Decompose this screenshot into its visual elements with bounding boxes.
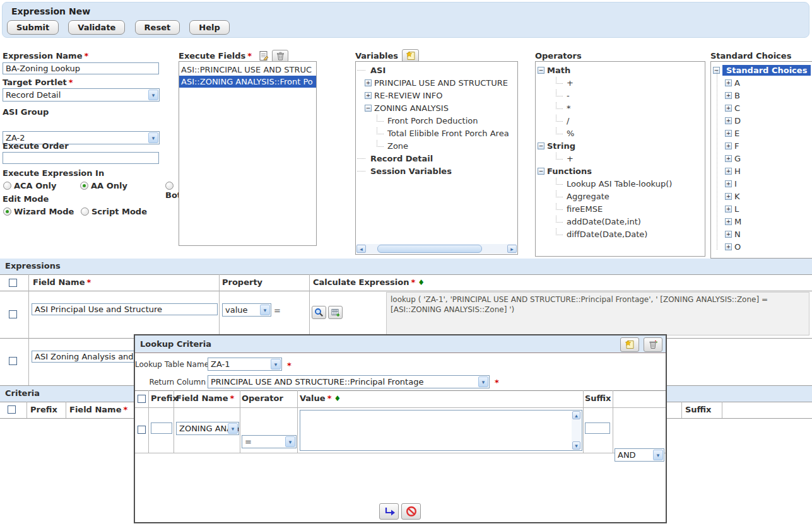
- tree-node[interactable]: C: [711, 102, 812, 114]
- radio-icon[interactable]: [3, 182, 11, 190]
- expand-plus-icon[interactable]: [725, 92, 732, 99]
- list-item[interactable]: ASI::PRINCIPAL USE AND STRUC: [179, 64, 316, 76]
- target-portlet-select[interactable]: Record Detail: [3, 88, 160, 102]
- tree-node[interactable]: ASI: [356, 64, 517, 76]
- tree-node[interactable]: F: [711, 139, 812, 152]
- radio-wizard-mode[interactable]: Wizard Mode: [3, 207, 74, 216]
- expand-plus-icon[interactable]: [725, 180, 732, 187]
- tree-node[interactable]: E: [711, 127, 812, 139]
- expression-name-input[interactable]: [3, 62, 159, 74]
- tree-node[interactable]: K: [711, 190, 812, 202]
- tree-node[interactable]: G: [711, 152, 812, 165]
- chevron-down-icon[interactable]: [478, 376, 488, 387]
- tree-node[interactable]: String: [536, 139, 705, 152]
- scrollbar-thumb[interactable]: [377, 245, 482, 253]
- tree-node[interactable]: -: [536, 89, 705, 102]
- collapse-minus-icon[interactable]: [365, 105, 372, 112]
- dialog-delete-button[interactable]: [644, 337, 662, 352]
- delete-fields-button[interactable]: [272, 50, 288, 62]
- collapse-minus-icon[interactable]: [538, 168, 544, 175]
- conjunction-select[interactable]: AND: [615, 448, 664, 462]
- expand-plus-icon[interactable]: [725, 218, 732, 225]
- expand-plus-icon[interactable]: [725, 143, 732, 149]
- scrollbar-track[interactable]: [366, 245, 507, 253]
- chevron-down-icon[interactable]: [271, 359, 281, 370]
- help-button[interactable]: Help: [189, 20, 229, 35]
- select-all-checkbox[interactable]: [138, 395, 146, 403]
- tree-node[interactable]: Functions: [536, 165, 705, 177]
- expand-plus-icon[interactable]: [725, 193, 732, 200]
- tree-node[interactable]: RE-REVIEW INFO: [356, 89, 517, 102]
- horizontal-scrollbar[interactable]: [356, 244, 517, 253]
- tree-node[interactable]: B: [711, 89, 812, 102]
- tree-node[interactable]: Front Porch Deduction: [356, 114, 517, 127]
- lookup-table-button[interactable]: [328, 306, 343, 319]
- tree-node[interactable]: Record Detail: [356, 152, 517, 165]
- select-all-checkbox[interactable]: [8, 405, 16, 414]
- tree-node[interactable]: A: [711, 76, 812, 89]
- radio-selected-icon[interactable]: [80, 182, 88, 190]
- tree-node[interactable]: L: [711, 202, 812, 215]
- standard-choices-tree[interactable]: Standard Choices A B C D E F G H I K L M…: [710, 61, 812, 259]
- radio-selected-icon[interactable]: [3, 207, 11, 216]
- tree-node[interactable]: Aggregate: [536, 190, 705, 202]
- tree-node[interactable]: M: [711, 215, 812, 228]
- tree-node[interactable]: diffDate(Date,Date): [536, 228, 705, 240]
- expand-plus-icon[interactable]: [725, 155, 732, 162]
- row-checkbox[interactable]: [9, 357, 17, 365]
- tree-node[interactable]: N: [711, 228, 812, 240]
- tree-node-selected[interactable]: Standard Choices: [711, 64, 812, 76]
- tree-node[interactable]: %: [536, 127, 705, 139]
- execute-fields-listbox[interactable]: ASI::PRINCIPAL USE AND STRUC ASI::ZONING…: [179, 61, 317, 246]
- radio-aca-only[interactable]: ACA Only: [3, 181, 56, 190]
- reset-button[interactable]: Reset: [135, 20, 180, 35]
- tree-node[interactable]: H: [711, 165, 812, 177]
- chevron-down-icon[interactable]: [228, 423, 238, 434]
- tree-node[interactable]: *: [536, 102, 705, 114]
- suffix-input[interactable]: [585, 422, 610, 434]
- scroll-right-icon[interactable]: [507, 245, 517, 253]
- execute-order-input[interactable]: [3, 152, 159, 164]
- tree-node[interactable]: addDate(Date,int): [536, 215, 705, 228]
- variables-tree[interactable]: ASI PRINCIPAL USE AND STRUCTURE RE-REVIE…: [355, 61, 518, 255]
- lookup-table-name-select[interactable]: ZA-1: [208, 358, 282, 371]
- expand-plus-icon[interactable]: [365, 92, 372, 99]
- field-name-input[interactable]: [32, 303, 218, 315]
- submit-button[interactable]: Submit: [7, 20, 59, 35]
- chevron-down-icon[interactable]: [148, 90, 158, 100]
- tree-node[interactable]: O: [711, 240, 812, 253]
- collapse-minus-icon[interactable]: [538, 143, 544, 149]
- property-select[interactable]: value: [222, 303, 271, 317]
- expand-plus-icon[interactable]: [725, 231, 732, 238]
- dialog-submit-button[interactable]: [379, 503, 399, 520]
- select-all-checkbox[interactable]: [9, 279, 17, 287]
- radio-icon[interactable]: [81, 207, 89, 216]
- dialog-cancel-button[interactable]: [401, 503, 421, 520]
- expand-plus-icon[interactable]: [725, 168, 732, 175]
- tree-node[interactable]: Math: [536, 64, 705, 76]
- list-item-selected[interactable]: ASI::ZONING ANALYSIS::Front Po: [179, 76, 316, 88]
- tree-node[interactable]: PRINCIPAL USE AND STRUCTURE: [356, 76, 517, 89]
- tree-node[interactable]: fireEMSE: [536, 202, 705, 215]
- expand-plus-icon[interactable]: [725, 130, 732, 137]
- radio-icon[interactable]: [165, 182, 174, 190]
- validate-button[interactable]: Validate: [68, 20, 125, 35]
- tree-node[interactable]: +: [536, 76, 705, 89]
- tree-node[interactable]: Session Variables: [356, 165, 517, 177]
- calculate-expression-box[interactable]: lookup ( 'ZA-1', 'PRINCIPAL USE AND STRU…: [386, 292, 809, 335]
- operators-tree[interactable]: Math + - * / % String + Functions Lookup…: [535, 61, 705, 257]
- expand-plus-icon[interactable]: [725, 117, 732, 124]
- expand-plus-icon[interactable]: [725, 79, 732, 86]
- row-checkbox[interactable]: [9, 310, 17, 318]
- dialog-new-button[interactable]: [620, 337, 639, 352]
- prefix-input[interactable]: [151, 422, 172, 434]
- chevron-down-icon[interactable]: [653, 450, 663, 460]
- expand-plus-icon[interactable]: [725, 206, 732, 213]
- chevron-down-icon[interactable]: [285, 436, 295, 447]
- chevron-down-icon[interactable]: [148, 132, 158, 143]
- search-expression-button[interactable]: [312, 306, 326, 319]
- tree-node[interactable]: ZONING ANALYSIS: [356, 102, 517, 114]
- collapse-minus-icon[interactable]: [538, 67, 544, 74]
- tree-node[interactable]: Lookup ASI Table-lookup(): [536, 177, 705, 190]
- vertical-scrollbar[interactable]: [572, 411, 581, 450]
